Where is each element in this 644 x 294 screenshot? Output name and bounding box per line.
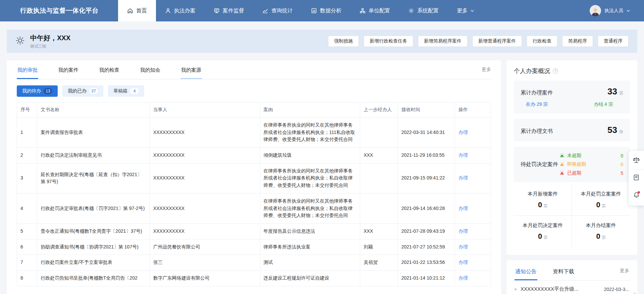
quick-button-ordinary-procedure[interactable]: 普通程序 — [598, 35, 629, 47]
tab-my-notified[interactable]: 我的知会 — [140, 60, 161, 79]
column-header: 操作 — [455, 102, 491, 118]
table-row: 8行政处罚告知书呈批单(粤穗数T全局罚告〔202数字广东网络建设有限公司违反建设… — [17, 270, 491, 286]
cell-doc-name: 行政处罚告知书呈批单(粤穗数T全局罚告〔202 — [37, 270, 150, 286]
cell-cause: 在律师事务所执业的同时又在其他律师事务所或者社会法律服务机构执业；私自收取律师费… — [260, 163, 360, 193]
cell-cause: 律师事务所违法执业案 — [260, 239, 360, 255]
handle-link[interactable]: 办理 — [459, 206, 468, 211]
filter-count-badge: 4 — [130, 88, 139, 94]
nav-item-label: 系统配置 — [417, 7, 439, 14]
cell-actions: 办理 — [455, 255, 491, 271]
monthly-stat-unit: 宗 — [543, 235, 547, 240]
active-cases-link[interactable]: 在办 29 宗 — [526, 101, 548, 107]
cell-actions: 办理 — [455, 163, 491, 193]
bullet-dot — [515, 288, 517, 290]
pending-item-count: 5 — [621, 170, 623, 176]
table-header-row: 序号文书名称当事人案由上一步经办人接收时间操作 — [17, 102, 491, 118]
monthly-stat-filed-cases: 本月处罚立案案件0宗 — [572, 184, 630, 216]
monthly-stat-label: 本月办结案件 — [574, 222, 628, 229]
cell-seq: 8 — [17, 270, 37, 286]
column-header: 当事人 — [150, 102, 260, 118]
cell-cause: 违反建设工程规划许可证自建设 — [260, 270, 360, 286]
tab-my-inspections[interactable]: 我的检查 — [99, 60, 120, 79]
monthly-stat-label: 本月处罚决定案件 — [516, 222, 570, 229]
cell-party: XXXXXXXXXX — [150, 223, 260, 239]
cell-prev-handler: 吴祖贺 — [360, 255, 398, 271]
user-menu[interactable]: 执法人员 — [590, 0, 644, 21]
workbench-more-link[interactable]: 更多 — [482, 67, 491, 73]
nav-item-system-config[interactable]: 系统配置 — [399, 0, 448, 21]
quick-button-new-summary-case[interactable]: 新增简易程序案件 — [418, 35, 468, 47]
handle-link[interactable]: 办理 — [459, 244, 468, 249]
top-navbar: 行政执法与监督一体化平台 首页执法办案案件监督查询统计数据分析单位配置系统配置更… — [0, 0, 644, 21]
quick-button-new-ordinary-case[interactable]: 新增普通程序案件 — [472, 35, 522, 47]
monthly-stat-value: 0宗 — [516, 232, 570, 241]
monthly-stat-label: 本月处罚立案案件 — [574, 191, 628, 197]
notification-dot — [638, 191, 640, 194]
nav-item-more[interactable]: 更多 — [448, 0, 483, 21]
filter-pill-label: 草稿箱 — [113, 88, 127, 94]
nav-item-query-stats[interactable]: 查询统计 — [253, 0, 302, 21]
cell-received-time: 2021-01-14 10:21:12 — [398, 270, 455, 286]
workbench-card: 我的审批我的案件我的检查我的知会我的案源更多 我的待办13我的已办37草稿箱4 … — [7, 60, 501, 294]
sun-icon — [15, 36, 25, 47]
cell-actions: 办理 — [455, 148, 491, 163]
quick-button-summary-procedure[interactable]: 简易程序 — [562, 35, 593, 47]
tab-my-cases[interactable]: 我的案件 — [58, 60, 79, 79]
cell-cause: 倾倒建筑垃圾 — [260, 148, 360, 163]
filter-pills: 我的待办13我的已办37草稿箱4 — [17, 85, 491, 97]
pending-item-label: 已超期 — [567, 170, 581, 176]
handle-link[interactable]: 办理 — [459, 260, 468, 265]
column-header: 文书名称 — [37, 102, 150, 118]
table-row: 4行政处罚决定审批表(粤穗〔罚字2021〕第 97-2号)XXXXXXXXXX在… — [17, 193, 491, 223]
filter-pill-done[interactable]: 我的已办37 — [62, 85, 103, 97]
nav-item-case-supervision[interactable]: 案件监督 — [205, 0, 253, 21]
monthly-stats-grid: 本月新增案件0宗本月处罚立案案件0宗本月处罚决定案件0宗本月办结案件0宗 — [514, 184, 630, 247]
nav-item-unit-config[interactable]: 单位配置 — [351, 0, 399, 21]
scale-tool-button[interactable] — [629, 152, 644, 169]
tab-my-approvals[interactable]: 我的审批 — [17, 60, 38, 79]
notice-tab-downloads[interactable]: 资料下载 — [552, 262, 575, 280]
handle-link[interactable]: 办理 — [459, 130, 468, 135]
cell-doc-name: 行政处罚决定审批表(粤穗〔罚字2021〕第 97-2号) — [37, 193, 150, 223]
cell-prev-handler: 刘颖 — [360, 239, 398, 255]
monthly-stat-value: 0宗 — [574, 232, 628, 241]
approval-table: 序号文书名称当事人案由上一步经办人接收时间操作 1案件调查报告审批表XXXXXX… — [17, 102, 491, 286]
handle-link[interactable]: 办理 — [459, 152, 468, 158]
filter-count-badge: 13 — [44, 88, 52, 94]
notice-tab-notices[interactable]: 通知公告 — [515, 262, 537, 280]
notice-item[interactable]: XXXXXXXXXX平台升级...2022-03-3... — [515, 286, 629, 292]
cell-actions: 办理 — [455, 270, 491, 286]
cell-doc-name: 协助调查通知书(粤穗〔协调字2021〕第 107号) — [37, 239, 150, 255]
quick-button-coercive-measures[interactable]: 强制措施 — [328, 35, 359, 47]
nav-item-label: 案件监督 — [223, 7, 244, 14]
personal-overview-card: 个人办案概况 ? 累计办理案件 33 宗 在办 29 宗 办结 4 宗 累计办理… — [506, 60, 637, 255]
quick-button-new-inspection-task[interactable]: 新增行政检查任务 — [364, 35, 413, 47]
total-cases-box: 累计办理案件 33 宗 在办 29 宗 办结 4 宗 — [514, 80, 630, 114]
cell-prev-handler — [360, 193, 398, 223]
nav-item-case-handling[interactable]: 执法办案 — [156, 0, 205, 21]
quick-actions: 强制措施新增行政检查任务新增简易程序案件新增普通程序案件行政检查简易程序普通程序 — [328, 35, 629, 47]
nav-item-label: 查询统计 — [271, 7, 293, 14]
quick-button-admin-inspection[interactable]: 行政检查 — [527, 35, 557, 47]
cell-prev-handler: XXX — [360, 148, 398, 163]
notice-scrollbar[interactable] — [634, 292, 635, 294]
filter-pill-label: 我的已办 — [68, 88, 87, 94]
cell-doc-name: 责令改正通知书(粤穗数T全局责字〔2021〕37号) — [37, 223, 150, 239]
handle-link[interactable]: 办理 — [459, 228, 468, 234]
handle-link[interactable]: 办理 — [459, 275, 468, 281]
nav-item-data-analysis[interactable]: 数据分析 — [302, 0, 351, 21]
handle-link[interactable]: 办理 — [459, 175, 468, 180]
avatar — [590, 5, 601, 16]
greeting-banner: 中午好，XXX 测试三组 强制措施新增行政检查任务新增简易程序案件新增普通程序案… — [7, 29, 637, 53]
floating-toolbar — [629, 151, 644, 206]
filter-pill-drafts[interactable]: 草稿箱4 — [108, 85, 144, 97]
notifications-button[interactable] — [629, 187, 644, 204]
cell-actions: 办理 — [455, 118, 491, 148]
help-icon[interactable]: ? — [553, 68, 558, 74]
filter-pill-todo[interactable]: 我的待办13 — [17, 85, 58, 97]
scale-icon — [633, 156, 640, 165]
notice-more-link[interactable]: 更多 — [620, 268, 629, 274]
document-tool-button[interactable] — [629, 169, 644, 187]
tab-my-case-sources[interactable]: 我的案源 — [180, 60, 202, 79]
nav-item-home[interactable]: 首页 — [118, 0, 156, 21]
